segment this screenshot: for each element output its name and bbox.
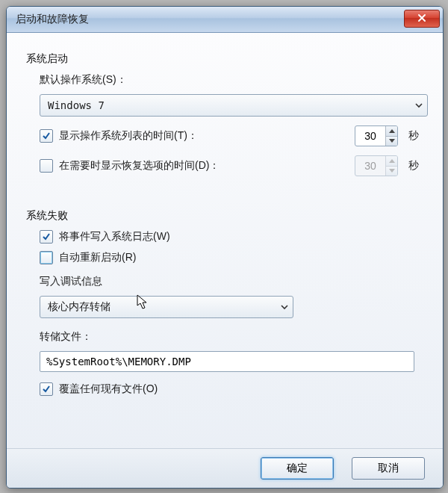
auto-restart-label: 自动重新启动(R)	[59, 251, 136, 264]
dump-file-input[interactable]	[40, 351, 414, 372]
show-recovery-checkbox[interactable]	[40, 159, 53, 173]
show-recovery-row: 在需要时显示恢复选项的时间(D)： 秒	[40, 155, 423, 176]
spinner-up-icon	[386, 156, 397, 167]
show-recovery-value	[355, 156, 385, 176]
window-title: 启动和故障恢复	[16, 13, 404, 26]
close-icon	[417, 13, 426, 25]
seconds-unit: 秒	[408, 159, 423, 173]
spinner-down-icon[interactable]	[386, 137, 397, 146]
overwrite-checkbox[interactable]	[40, 382, 53, 396]
debug-info-combo[interactable]: 核心内存转储	[40, 296, 293, 318]
overwrite-label: 覆盖任何现有文件(O)	[59, 382, 158, 396]
ok-button-label: 确定	[287, 462, 308, 475]
dialog-footer: 确定 取消	[7, 448, 443, 488]
dialog-body: 系统启动 默认操作系统(S)： Windows 7 显示操作系统列表的时间(T)…	[7, 33, 443, 448]
write-event-checkbox[interactable]	[40, 230, 53, 244]
show-os-list-spinner[interactable]	[355, 125, 398, 146]
cancel-button[interactable]: 取消	[352, 457, 425, 480]
dialog-window: 启动和故障恢复 系统启动 默认操作系统(S)： Windows 7	[6, 6, 444, 489]
auto-restart-checkbox[interactable]	[40, 251, 53, 264]
chevron-down-icon	[415, 102, 423, 109]
debug-info-value: 核心内存转储	[48, 300, 111, 314]
default-os-combo[interactable]: Windows 7	[40, 94, 428, 117]
titlebar: 启动和故障恢复	[7, 7, 443, 33]
show-os-list-row: 显示操作系统列表的时间(T)： 秒	[40, 125, 423, 146]
write-event-label: 将事件写入系统日志(W)	[59, 230, 170, 244]
cancel-button-label: 取消	[378, 462, 399, 475]
spinner-up-icon[interactable]	[386, 126, 397, 137]
close-button[interactable]	[404, 10, 440, 28]
show-recovery-spinner	[355, 155, 398, 176]
spinner-down-icon	[386, 167, 397, 176]
ok-button[interactable]: 确定	[261, 457, 334, 480]
show-os-list-label: 显示操作系统列表的时间(T)：	[59, 129, 198, 143]
section-failure-title: 系统失败	[26, 209, 423, 223]
show-os-list-checkbox[interactable]	[40, 129, 53, 143]
default-os-label: 默认操作系统(S)：	[40, 73, 423, 87]
show-os-list-value[interactable]	[355, 126, 385, 146]
seconds-unit: 秒	[408, 129, 423, 143]
default-os-value: Windows 7	[48, 99, 105, 111]
dump-file-label: 转储文件：	[40, 330, 423, 344]
show-recovery-label: 在需要时显示恢复选项的时间(D)：	[59, 159, 220, 173]
debug-info-label: 写入调试信息	[40, 275, 423, 288]
chevron-down-icon	[281, 303, 288, 311]
section-startup-title: 系统启动	[26, 52, 423, 66]
